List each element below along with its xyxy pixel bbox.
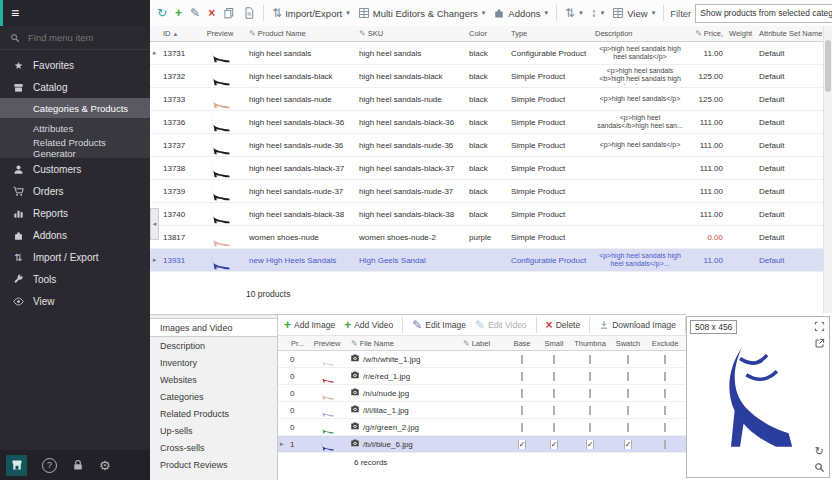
exclude-checkbox[interactable]: [646, 389, 684, 398]
thumbnail-checkbox[interactable]: ✓: [570, 440, 610, 449]
checkbox[interactable]: [553, 423, 555, 432]
sidebar-item-reports[interactable]: Reports: [0, 202, 150, 224]
sidebar-item-attributes[interactable]: Attributes: [0, 118, 150, 138]
row-expander-icon[interactable]: ▸: [150, 256, 160, 264]
column-header-type[interactable]: Type: [508, 26, 592, 41]
column-header-preview[interactable]: Preview: [194, 26, 246, 41]
table-row[interactable]: 13737 high heel sandals-nude-36 high hee…: [150, 134, 824, 157]
column-header-label[interactable]: ✎Label: [460, 336, 506, 350]
checkbox-checked[interactable]: ✓: [518, 440, 527, 449]
column-header-product-name[interactable]: ✎ Product Name: [246, 26, 356, 41]
swatch-checkbox[interactable]: [610, 372, 646, 381]
column-header-file-name[interactable]: ✎File Name: [348, 336, 460, 350]
grid-scrollbar[interactable]: [823, 26, 832, 313]
delete-image-button[interactable]: ×Delete: [544, 317, 583, 333]
column-header-id[interactable]: ID ▲: [160, 26, 194, 41]
small-checkbox[interactable]: ✓: [538, 440, 570, 449]
paste-button[interactable]: [241, 5, 257, 21]
column-header-swatch[interactable]: Swatch: [610, 336, 646, 350]
checkbox[interactable]: [589, 372, 591, 381]
table-row[interactable]: 13733 high heel sandals-nude high heel s…: [150, 88, 824, 111]
sidebar-item-addons[interactable]: Addons: [0, 224, 150, 246]
small-checkbox[interactable]: [538, 372, 570, 381]
checkbox-checked[interactable]: ✓: [624, 440, 633, 449]
checkbox[interactable]: [553, 406, 555, 415]
media-row[interactable]: 0 /w/h/white_1.jpg: [278, 351, 686, 368]
tab-related-products[interactable]: Related Products: [150, 405, 277, 422]
tab-description[interactable]: Description: [150, 337, 277, 354]
zoom-button[interactable]: [814, 462, 825, 473]
checkbox[interactable]: [627, 389, 629, 398]
checkbox-checked[interactable]: ✓: [586, 440, 595, 449]
checkbox[interactable]: [627, 372, 629, 381]
download-image-button[interactable]: Download Image: [597, 318, 678, 332]
add-video-button[interactable]: +Add Video: [342, 317, 395, 333]
edit-video-button[interactable]: ✎Edit Video: [473, 317, 529, 333]
sidebar-item-catalog[interactable]: Catalog: [0, 76, 150, 98]
small-checkbox[interactable]: [538, 406, 570, 415]
checkbox-checked[interactable]: ✓: [550, 440, 559, 449]
exclude-checkbox[interactable]: [646, 372, 684, 381]
settings-button[interactable]: ⚙: [99, 458, 111, 473]
table-row[interactable]: 13740 high heel sandals-black-38 high he…: [150, 203, 824, 226]
sidebar-item-view[interactable]: View: [0, 290, 150, 312]
column-header-exclude[interactable]: Exclude: [646, 336, 684, 350]
column-header-thumbnail[interactable]: Thumbna: [570, 336, 610, 350]
column-header-price[interactable]: ✎ Price,: [688, 26, 726, 41]
menu-search-input[interactable]: [26, 31, 130, 44]
sidebar-item-orders[interactable]: Orders: [0, 180, 150, 202]
media-row[interactable]: 0 /g/r/green_2.jpg: [278, 419, 686, 436]
checkbox[interactable]: [664, 423, 666, 432]
checkbox[interactable]: [589, 389, 591, 398]
base-checkbox[interactable]: [506, 372, 538, 381]
checkbox[interactable]: [589, 406, 591, 415]
checkbox[interactable]: [627, 355, 629, 364]
exclude-checkbox[interactable]: [646, 423, 684, 432]
sidebar-item-tools[interactable]: Tools: [0, 268, 150, 290]
checkbox[interactable]: [627, 406, 629, 415]
base-checkbox[interactable]: [506, 406, 538, 415]
exclude-checkbox[interactable]: [646, 440, 684, 449]
column-header-weight[interactable]: Weight: [726, 26, 756, 41]
checkbox[interactable]: [553, 389, 555, 398]
swatch-checkbox[interactable]: [610, 355, 646, 364]
table-row[interactable]: 13732 high heel sandals-black high heel …: [150, 65, 824, 88]
sidebar-item-import-export[interactable]: ⇅ Import / Export: [0, 246, 150, 268]
column-header-attribute-set[interactable]: Attribute Set Name: [756, 26, 824, 41]
column-header-description[interactable]: Description: [592, 26, 688, 41]
checkbox[interactable]: [521, 423, 523, 432]
swatch-checkbox[interactable]: [610, 406, 646, 415]
tab-inventory[interactable]: Inventory: [150, 354, 277, 371]
column-header-color[interactable]: Color: [466, 26, 508, 41]
sidebar-item-favorites[interactable]: ★ Favorites: [0, 54, 150, 76]
store-button[interactable]: [6, 455, 27, 476]
media-row-selected[interactable]: ▸ 1 /b/l/blue_6.jpg ✓ ✓ ✓ ✓: [278, 436, 686, 453]
thumbnail-checkbox[interactable]: [570, 406, 610, 415]
base-checkbox[interactable]: [506, 389, 538, 398]
fullscreen-button[interactable]: [814, 321, 825, 332]
small-checkbox[interactable]: [538, 389, 570, 398]
base-checkbox[interactable]: [506, 423, 538, 432]
category-filter-select[interactable]: Show products from selected categories ▾: [695, 4, 832, 23]
checkbox[interactable]: [627, 423, 629, 432]
lock-button[interactable]: [72, 459, 84, 471]
media-row[interactable]: 0 /l/i/lilac_1.jpg: [278, 402, 686, 419]
expand-menu-button[interactable]: ↕ ▾: [589, 5, 607, 21]
scrollbar-thumb[interactable]: [825, 40, 831, 92]
media-row[interactable]: 0 /n/u/nude.jpg: [278, 385, 686, 402]
import-export-menu[interactable]: ⇅ Import/Export ▾: [270, 5, 352, 21]
collapse-panel-handle[interactable]: ◂: [150, 208, 159, 240]
sidebar-item-related-products-generator[interactable]: Related Products Generator: [0, 138, 150, 158]
checkbox[interactable]: [553, 355, 555, 364]
checkbox[interactable]: [589, 423, 591, 432]
multi-editors-menu[interactable]: Multi Editors & Changers ▾: [356, 5, 488, 21]
rotate-button[interactable]: ↻: [815, 446, 824, 457]
row-expander-icon[interactable]: ▸: [150, 49, 160, 57]
table-row[interactable]: 13739 high heel sandals-nude-37 high hee…: [150, 180, 824, 203]
add-product-button[interactable]: +: [173, 5, 184, 21]
sort-menu-button[interactable]: ⇅ ▾: [563, 5, 585, 21]
checkbox[interactable]: [589, 355, 591, 364]
checkbox[interactable]: [664, 440, 666, 449]
table-row[interactable]: 13738 high heel sandals-black-37 high he…: [150, 157, 824, 180]
column-header-small[interactable]: Small: [538, 336, 570, 350]
